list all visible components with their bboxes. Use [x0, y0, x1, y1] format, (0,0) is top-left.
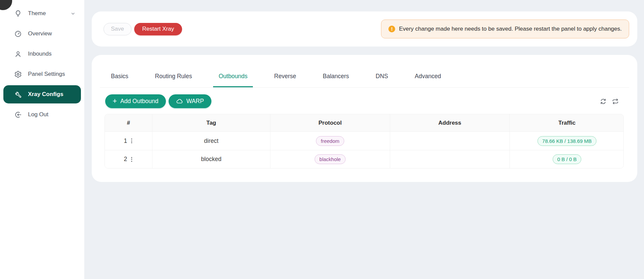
- user-icon: [14, 50, 22, 58]
- sidebar-item-panel-settings[interactable]: Panel Settings: [0, 64, 84, 84]
- warp-button[interactable]: WARP: [169, 94, 211, 108]
- xray-config-card: Basics Routing Rules Outbounds Reverse B…: [92, 55, 637, 182]
- tab-routing-rules[interactable]: Routing Rules: [150, 72, 198, 87]
- sidebar-item-label: Xray Configs: [28, 91, 63, 98]
- tab-reverse[interactable]: Reverse: [269, 72, 301, 87]
- restart-xray-button[interactable]: Restart Xray: [134, 23, 182, 35]
- cloud-icon: [176, 98, 183, 105]
- table-actions: [599, 98, 619, 105]
- sidebar-item-theme[interactable]: Theme: [0, 3, 84, 24]
- outbounds-table: # Tag Protocol Address Traffic 1 direct: [105, 114, 624, 168]
- sidebar-item-overview[interactable]: Overview: [0, 24, 84, 44]
- row-address: [390, 132, 509, 150]
- row-index: 2: [124, 156, 127, 163]
- outbounds-toolbar: + Add Outbound WARP: [100, 94, 629, 108]
- sidebar-item-inbounds[interactable]: Inbounds: [0, 44, 84, 64]
- tab-outbounds[interactable]: Outbounds: [213, 72, 253, 87]
- protocol-badge: freedom: [316, 136, 344, 146]
- protocol-badge: blackhole: [315, 154, 345, 164]
- sidebar-item-label: Panel Settings: [28, 71, 65, 78]
- sidebar-menu: Theme Overview: [0, 0, 84, 125]
- row-address: [390, 150, 509, 168]
- row-index: 1: [124, 137, 127, 145]
- lightbulb-icon: [14, 10, 22, 18]
- warning-alert: ! Every change made here needs to be sav…: [381, 20, 629, 38]
- row-menu-icon[interactable]: [130, 137, 133, 144]
- column-header-protocol: Protocol: [270, 114, 390, 132]
- actions-card: Save Restart Xray ! Every change made he…: [92, 11, 637, 46]
- tab-dns[interactable]: DNS: [370, 72, 393, 87]
- logout-icon: [14, 111, 22, 119]
- repeat-icon[interactable]: [612, 98, 619, 105]
- traffic-badge: 0 B / 0 B: [553, 154, 582, 164]
- sidebar-item-label: Inbounds: [28, 51, 52, 57]
- warp-label: WARP: [186, 98, 204, 105]
- traffic-badge: 78.66 KB / 138.69 MB: [537, 136, 596, 146]
- sidebar-item-label: Log Out: [28, 111, 49, 118]
- warning-icon: !: [388, 26, 395, 32]
- sidebar-item-log-out[interactable]: Log Out: [0, 104, 84, 125]
- chevron-down-icon: [70, 11, 76, 16]
- warning-alert-message: Every change made here needs to be saved…: [399, 26, 622, 32]
- config-tabs: Basics Routing Rules Outbounds Reverse B…: [100, 55, 629, 88]
- gauge-icon: [14, 30, 22, 38]
- column-header-index: #: [105, 114, 152, 132]
- table-row: 2 blocked blackhole 0 B / 0 B: [105, 150, 624, 168]
- column-header-address: Address: [390, 114, 509, 132]
- sidebar-item-xray-configs[interactable]: Xray Configs: [3, 85, 81, 103]
- tab-balancers[interactable]: Balancers: [317, 72, 354, 87]
- tab-basics[interactable]: Basics: [106, 72, 134, 87]
- gear-icon: [14, 70, 22, 78]
- table-header-row: # Tag Protocol Address Traffic: [105, 114, 624, 132]
- table-row: 1 direct freedom 78.66 KB / 138.69 MB: [105, 132, 624, 150]
- row-tag: blocked: [152, 150, 270, 168]
- add-outbound-label: Add Outbound: [120, 98, 158, 105]
- sidebar-item-label: Overview: [28, 30, 52, 37]
- column-header-traffic: Traffic: [509, 114, 624, 132]
- wrench-icon: [14, 91, 22, 98]
- column-header-tag: Tag: [152, 114, 270, 132]
- refresh-icon[interactable]: [599, 98, 607, 105]
- row-menu-icon[interactable]: [130, 156, 133, 163]
- tab-advanced[interactable]: Advanced: [409, 72, 446, 87]
- plus-icon: +: [113, 97, 117, 105]
- save-button[interactable]: Save: [104, 23, 131, 35]
- sidebar-item-label: Theme: [28, 10, 46, 17]
- sidebar: Theme Overview: [0, 0, 84, 279]
- add-outbound-button[interactable]: + Add Outbound: [105, 94, 166, 108]
- row-tag: direct: [152, 132, 270, 150]
